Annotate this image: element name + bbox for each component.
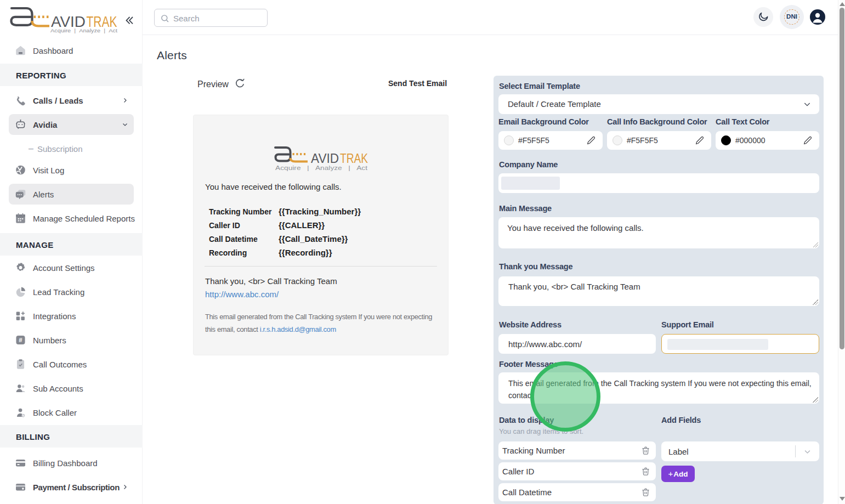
svg-text:TRAK: TRAK — [87, 13, 117, 30]
svg-text:AVID: AVID — [311, 151, 339, 166]
svg-text:AVID: AVID — [51, 13, 86, 30]
svg-text:Acquire | Analyze | Act: Acquire | Analyze | Act — [50, 28, 118, 33]
svg-text:#: # — [19, 337, 22, 343]
svg-text:Acquire | Analyze | Ac: Acquire | Analyze | Act — [275, 165, 367, 171]
svg-text:TRAK: TRAK — [340, 151, 368, 166]
